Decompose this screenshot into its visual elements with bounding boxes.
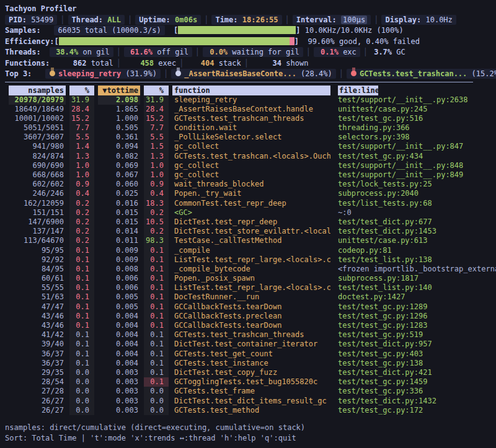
bar-open-bracket: [ [54,37,58,46]
cell-tottime: 0.004 [98,330,140,340]
cell-tottime: 0.069 [98,161,140,170]
gil-on-segment: 38.4% on gil [50,47,113,57]
table-row: 113/646700.20.01198.3TestCase._callTestM… [5,236,496,245]
table-row: 147/69000.20.01510.5DictTest.test_repr_d… [5,217,496,227]
cell-percent-cumulative: 1.3 [144,152,169,161]
cell-percent-direct: 0.4 [69,189,94,198]
cell-nsamples: 43/46 [9,312,66,321]
cell-tottime: 0.006 [98,274,140,283]
cell-function: _PollLikeSelector.select [172,133,330,142]
cell-percent-cumulative: 7.7 [144,123,169,133]
divider [336,69,347,78]
gil-off-segment: 61.6% off gil [124,47,192,57]
cell-percent-direct: 0.1 [69,349,94,359]
cell-function: GCCallbackTests.tearDown [172,321,330,330]
table-row: 47/470.10.0050.1GCCallbackTests.tearDown… [5,302,496,312]
cell-function: gc_collect [172,170,330,180]
cell-nsamples: 92/92 [9,255,66,265]
cell-percent-cumulative: 18.3 [144,199,169,208]
divider [360,48,371,56]
table-row: 95/950.10.0090.1_compilecodeop.py:81 [5,246,496,255]
app-title-text: Tachyon Profiler [5,4,77,13]
cell-percent-cumulative: 0.1 [144,302,169,312]
divider [371,15,381,24]
cell-function: TestCase._callTestMethod [172,236,330,245]
cell-fileline: test/test_gc.py:403 [338,349,496,359]
cell-percent-cumulative: 10.5 [144,217,169,227]
table-row: 27/280.00.0030.0GCTests.test_frametest/t… [5,387,496,396]
cell-function: GCCallbackTests.preclean [172,312,330,321]
cell-percent-direct: 0.1 [69,292,94,302]
table-row: 43/460.10.0040.1GCCallbackTests.preclean… [5,312,496,321]
cell-tottime: 0.004 [98,340,140,349]
gil-wait-segment: 0.0% waiting for gil [203,47,303,57]
cell-percent-direct: 0.1 [69,246,94,255]
tachyon-profiler-terminal[interactable]: Tachyon Profiler PID: 53499Thread: ALLUp… [0,0,496,448]
gold-medal-icon [50,71,55,76]
cell-function: CommonTest.test_repr_deep [172,199,330,208]
column-header-function: function [172,86,330,95]
time-value: 18:26:55 [242,15,278,24]
cell-fileline: doctest.py:1427 [338,292,496,302]
cell-percent-direct: 0.1 [69,255,94,265]
cell-function: DictTest.test_repr_deep [172,217,330,227]
cell-function: _compile [172,246,330,255]
cell-function: GCTests.test_get_count [172,349,330,359]
table-row: 92/920.10.0090.1ListTest.test_repr_large… [5,255,496,265]
cell-nsamples: 18649/18649 [9,105,66,114]
column-header-percent-cumulative: % [144,86,169,95]
table-row: 602/6020.90.0600.9wait_threads_blockedte… [5,180,496,189]
efficiency-bar [59,37,294,45]
table-row: 43/460.10.0040.1GCCallbackTests.tearDown… [5,321,496,330]
footer-keybindings: Sort: Total Time | 't':mode 'x':trends ↔… [5,433,496,444]
cell-fileline: <frozen importlib._bootstrap_external [338,265,496,274]
cell-fileline: codeop.py:81 [338,246,496,255]
samples-rate: 10.0KHz/10.0KHz (100%) [305,26,404,35]
table-row: 3607/36075.50.3615.5_PollLikeSelector.se… [5,133,496,142]
cell-fileline: test/test_gc.py:516 [338,114,496,123]
cell-percent-cumulative: 0.0 [144,397,169,406]
table-row: 151/1510.20.0150.2<GC>~:0 [5,208,496,217]
cell-percent-cumulative: 0.0 [144,406,169,415]
table-row: 162/120590.20.01618.3CommonTest.test_rep… [5,199,496,208]
cell-function: GCTests.test_method [172,406,330,415]
cell-percent-cumulative: 5.5 [144,133,169,142]
cell-tottime: 1.865 [98,105,140,114]
bar-close-bracket: ] [296,26,300,35]
interval-segment: Interval: 100µs [293,15,371,25]
cell-percent-cumulative: 0.1 [144,312,169,321]
cell-nsamples: 162/12059 [9,199,66,208]
cell-fileline: subprocess.py:2040 [338,189,496,198]
divider [303,48,314,56]
cell-nsamples: 147/6900 [9,217,66,227]
table-row: 10001/1000215.21.00015.2GCTests.test_tra… [5,114,496,123]
cell-function: gc_collect [172,161,330,170]
table-row: 84/950.10.0080.1_compile_bytecode<frozen… [5,265,496,274]
cell-nsamples: 41/42 [9,330,66,340]
cell-nsamples: 55/55 [9,283,66,292]
cell-tottime: 0.003 [98,368,140,377]
divider [57,15,68,24]
cell-tottime: 0.011 [98,236,140,245]
top3-item-3: GCTests.test_trashcan... (15.2%) [347,69,496,79]
exc-segment: 0.1% exc [314,47,360,57]
table-row: 20978/2097931.92.09831.9sleeping_retryte… [5,95,496,105]
cell-percent-direct: 0.0 [69,387,94,396]
cell-percent-direct: 0.0 [69,397,94,406]
cell-fileline: threading.py:366 [338,123,496,133]
cell-nsamples: 10001/10002 [9,114,66,123]
display-value: 10.0Hz [425,15,452,24]
table-row: 5051/50517.70.5057.7Condition.waitthread… [5,123,496,133]
cell-percent-cumulative: 0.2 [144,208,169,217]
cell-percent-direct: 0.9 [69,180,94,189]
divider [161,69,171,78]
cell-nsamples: 60/61 [9,274,66,283]
table-row: 36/370.10.0040.1GCTests.test_get_countte… [5,349,496,359]
table-row: 18649/1864928.41.86528.4_AssertRaisesBas… [5,105,496,114]
cell-fileline: test/test_dict.py:421 [338,368,496,377]
cell-percent-direct: 0.1 [69,359,94,368]
cell-fileline: test/test_gc.py:172 [338,406,496,415]
cell-percent-cumulative: 0.4 [144,189,169,198]
cell-tottime: 0.003 [98,377,140,387]
cell-percent-cumulative: 0.9 [144,180,169,189]
